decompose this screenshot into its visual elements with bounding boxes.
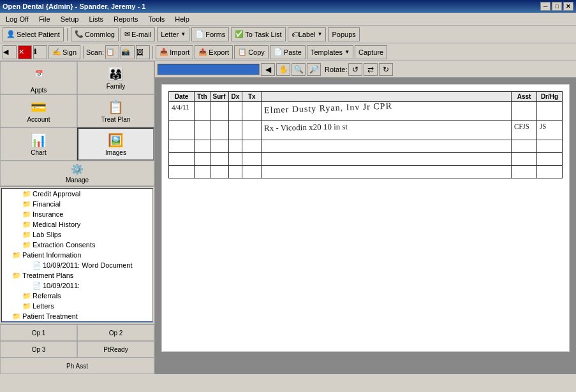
cell-tth-2 [195,121,210,140]
tree-item-treatplan-doc[interactable]: 📄 10/09/2011: [2,280,152,291]
tree-item-extraction-consents[interactable]: 📁 Extraction Consents [2,240,152,250]
zoom-in-button[interactable]: 🔍 [292,63,306,76]
scan-btn-1[interactable]: 📋 [105,45,119,59]
header-drhg: Dr/Hg [537,92,563,102]
scan-btn-2[interactable]: 📸 [121,45,135,59]
cell-notes-1: Elmer Dusty Ryan, Inv Jr CPR [262,102,512,121]
menu-file[interactable]: File [34,13,55,25]
separator-1 [67,28,68,41]
email-button[interactable]: ✉ E-mail [121,27,155,41]
op3-button[interactable]: Op 3 [0,341,77,358]
sidebar-item-chart[interactable]: 📊 Chart [0,127,77,161]
cell-notes-2: Rx - Vicodin x20 10 in st [262,121,512,140]
cell-empty-8 [537,140,563,153]
paste-button[interactable]: 📄 Paste [270,45,306,59]
tree-item-insurance[interactable]: 📁 Insurance [2,209,152,219]
menu-help[interactable]: Help [170,13,194,25]
tree-item-credit-approval[interactable]: 📁 Credit Approval [2,189,152,199]
tree-item-word-doc[interactable]: 📄 10/09/2011: Word Document [2,260,152,270]
capture-button[interactable]: Capture [355,45,387,59]
cell-tx-2 [242,121,262,140]
hand-tool-button[interactable]: ✋ [276,63,290,76]
tree-label: 10/09/2011: Word Document [43,261,132,269]
to-task-list-button[interactable]: ✅ To Task List [231,27,285,41]
sidebar-item-account[interactable]: 💳 Account [0,94,77,127]
image-search-bar[interactable] [158,64,260,75]
table-header-row: Date Tth Surf Dx Tx Asst Dr/Hg [169,92,563,102]
sidebar-item-manage[interactable]: ⚙️ Manage [0,161,154,186]
table-row-3 [169,140,563,153]
tree-item-financial[interactable]: 📁 Financial [2,199,152,209]
chart-icon: 📊 [31,133,47,148]
handwritten-notes-1: Elmer Dusty Ryan, Inv Jr CPR [264,101,392,115]
folder-icon-2: 📁 [22,200,31,208]
treatplan-icon: 📋 [108,99,124,115]
table-row-4 [169,153,563,166]
tree-item-lab-slips[interactable]: 📁 Lab Slips [2,229,152,240]
phasst-button[interactable]: Ph Asst [0,358,154,374]
tree-item-referrals[interactable]: 📁 Referrals [2,291,152,301]
menu-setup[interactable]: Setup [56,13,84,25]
tree-item-treatment-plans[interactable]: 📁 Treatment Plans [2,270,152,280]
cell-empty-4 [228,140,242,153]
header-tth: Tth [195,92,210,102]
rotate-ccw-button[interactable]: ↺ [348,63,362,76]
cell-empty-23 [512,166,537,178]
tree-item-medical-history[interactable]: 📁 Medical History [2,219,152,229]
info-icon: ℹ [34,48,36,56]
tree-label: Credit Approval [33,190,80,198]
popups-button[interactable]: Popups [328,27,359,41]
img-prev-button[interactable]: ◀ [261,63,275,76]
close-button[interactable]: ✕ [563,2,573,11]
images-label: Images [105,149,126,156]
maximize-button[interactable]: □ [552,2,562,11]
commlog-button[interactable]: 📞 Commlog [71,27,119,41]
menu-tools[interactable]: Tools [144,13,170,25]
label-icon: 🏷 [292,31,299,38]
menu-reports[interactable]: Reports [109,13,143,25]
rotate-flip-button[interactable]: ⇄ [364,63,378,76]
sidebar-item-appts[interactable]: 📅 Appts [0,61,77,94]
copy-button[interactable]: 📋 Copy [234,45,269,59]
label-dropdown[interactable]: 🏷 Label ▼ [288,27,327,41]
tree-label: Lab Slips [33,231,61,238]
cell-surf-1 [210,102,228,121]
select-patient-button[interactable]: 👤 Select Patient [3,27,64,41]
minimize-button[interactable]: ─ [540,2,550,11]
op2-button[interactable]: Op 2 [77,324,154,341]
info-button[interactable]: ℹ [33,45,47,59]
file-tree[interactable]: 📁 Credit Approval 📁 Financial 📁 Insuranc… [1,188,153,323]
forms-button[interactable]: 📄 Forms [191,27,229,41]
tree-item-letters[interactable]: 📁 Letters [2,301,152,311]
import-button[interactable]: 📥 Import [156,45,193,59]
zoom-out-button[interactable]: 🔎 [307,63,321,76]
tree-item-selected-doc[interactable]: 📄 10/09/2011: [2,321,152,323]
tree-item-patient-treatment[interactable]: 📁 Patient Treatment [2,311,152,321]
separator-3 [152,46,153,59]
sidebar-item-treatplan[interactable]: 📋 Treat Plan [77,94,154,127]
rotate-cw-button[interactable]: ↻ [379,63,393,76]
menu-lists[interactable]: Lists [84,13,108,25]
rotate-cw-icon: ↻ [383,65,389,74]
back-button[interactable]: ◀ [3,45,17,59]
tree-label: Financial [33,200,61,208]
sidebar-item-family[interactable]: 👨‍👩‍👧 Family [77,61,154,94]
chevron-down-icon-3: ▼ [344,49,350,55]
export-button[interactable]: 📤 Export [195,45,233,59]
appts-icon: 📅 [35,62,43,85]
photo-btn[interactable]: 🖼 [136,45,150,59]
op1-button[interactable]: Op 1 [0,324,77,341]
tree-label: Medical History [33,221,80,228]
sign-button[interactable]: ✍ Sign [48,45,80,59]
templates-dropdown[interactable]: Templates ▼ [307,45,353,59]
treatplan-label: Treat Plan [101,116,131,123]
tree-item-patient-information[interactable]: 📁 Patient Information [2,250,152,260]
letter-dropdown[interactable]: Letter ▼ [157,27,189,41]
title-bar-controls: ─ □ ✕ [540,2,573,11]
cell-empty-5 [242,140,262,153]
menu-logoff[interactable]: Log Off [1,13,33,25]
delete-button[interactable]: ✕ [18,45,32,59]
ptready-button[interactable]: PtReady [77,341,154,358]
sidebar-item-images[interactable]: 🖼️ Images [77,127,154,161]
doc-icon-1: 📄 [33,261,41,270]
